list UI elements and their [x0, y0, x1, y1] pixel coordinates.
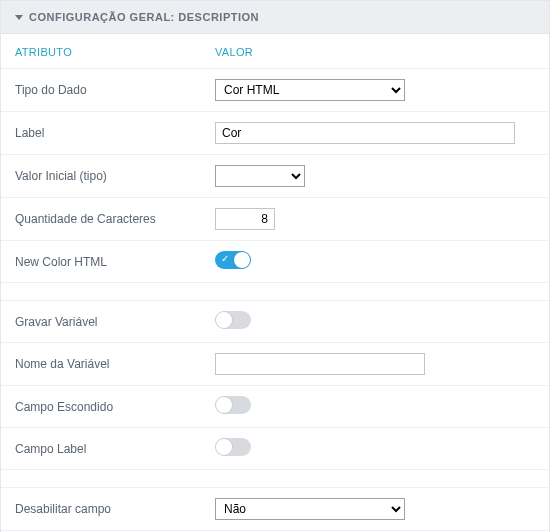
label-label: Label: [15, 126, 215, 140]
valor-inicial-select[interactable]: [215, 165, 305, 187]
row-tipo-dado: Tipo do Dado Cor HTML: [1, 69, 549, 112]
row-campo-label: Campo Label: [1, 428, 549, 470]
campo-escondido-toggle[interactable]: [215, 396, 251, 414]
gravar-variavel-toggle[interactable]: [215, 311, 251, 329]
row-desabilitar: Desabilitar campo Não: [1, 488, 549, 531]
row-new-color: New Color HTML: [1, 241, 549, 283]
collapse-icon: [15, 15, 23, 20]
spacer-2: [1, 470, 549, 488]
nome-variavel-input[interactable]: [215, 353, 425, 375]
row-nome-variavel: Nome da Variável: [1, 343, 549, 386]
panel-title: CONFIGURAÇÃO GERAL: DESCRIPTION: [29, 11, 259, 23]
column-valor: VALOR: [215, 46, 535, 58]
new-color-label: New Color HTML: [15, 255, 215, 269]
gravar-variavel-label: Gravar Variável: [15, 315, 215, 329]
column-atributo: ATRIBUTO: [15, 46, 215, 58]
desabilitar-select[interactable]: Não: [215, 498, 405, 520]
qtd-caracteres-label: Quantidade de Caracteres: [15, 212, 215, 226]
desabilitar-label: Desabilitar campo: [15, 502, 215, 516]
columns-header: ATRIBUTO VALOR: [1, 34, 549, 69]
spacer-1: [1, 283, 549, 301]
row-valor-inicial: Valor Inicial (tipo): [1, 155, 549, 198]
row-campo-escondido: Campo Escondido: [1, 386, 549, 428]
nome-variavel-label: Nome da Variável: [15, 357, 215, 371]
campo-label-label: Campo Label: [15, 442, 215, 456]
new-color-toggle[interactable]: [215, 251, 251, 269]
config-panel: CONFIGURAÇÃO GERAL: DESCRIPTION ATRIBUTO…: [0, 0, 550, 532]
label-input[interactable]: [215, 122, 515, 144]
qtd-caracteres-input[interactable]: [215, 208, 275, 230]
campo-label-toggle[interactable]: [215, 438, 251, 456]
tipo-dado-label: Tipo do Dado: [15, 83, 215, 97]
row-qtd-caracteres: Quantidade de Caracteres: [1, 198, 549, 241]
panel-header[interactable]: CONFIGURAÇÃO GERAL: DESCRIPTION: [1, 0, 549, 34]
campo-escondido-label: Campo Escondido: [15, 400, 215, 414]
tipo-dado-select[interactable]: Cor HTML: [215, 79, 405, 101]
row-gravar-variavel: Gravar Variável: [1, 301, 549, 343]
valor-inicial-label: Valor Inicial (tipo): [15, 169, 215, 183]
row-label: Label: [1, 112, 549, 155]
